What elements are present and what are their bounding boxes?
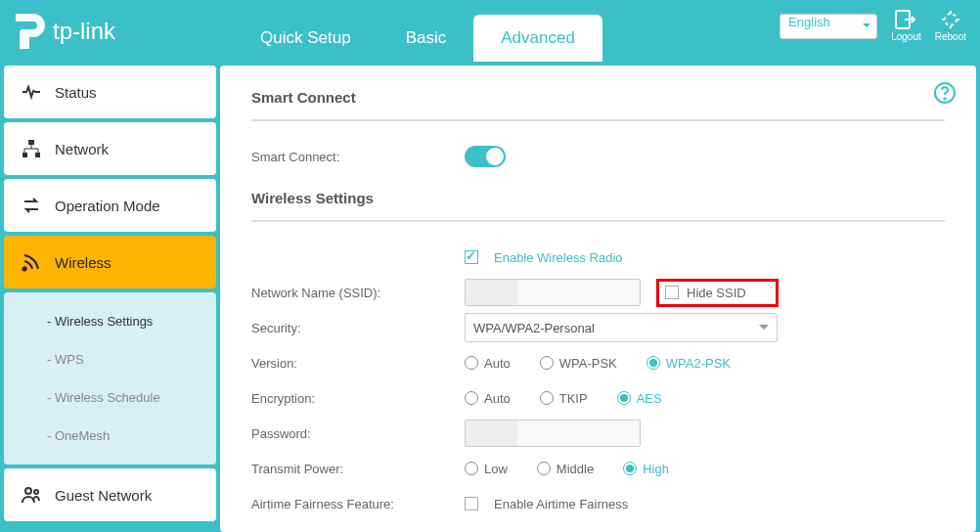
enable-wireless-radio-label: Enable Wireless Radio <box>494 250 623 265</box>
sidebar-sub-onemesh[interactable]: - OneMesh <box>4 417 216 455</box>
brand-logo: tp-link <box>16 14 115 49</box>
chevron-down-icon <box>759 325 769 334</box>
network-icon <box>22 139 41 158</box>
transmit-power-label: Transmit Power: <box>251 462 465 476</box>
sidebar-sub-wireless-schedule[interactable]: - Wireless Schedule <box>4 378 216 417</box>
security-value: WPA/WPA2-Personal <box>473 321 595 335</box>
airtime-fairness-checkbox[interactable] <box>465 497 478 510</box>
svg-rect-4 <box>35 153 40 157</box>
tplink-logo-icon <box>16 14 45 49</box>
smart-connect-toggle[interactable] <box>465 146 506 167</box>
sidebar-item-operation-mode[interactable]: Operation Mode <box>4 179 216 232</box>
header: tp-link Quick Setup Basic Advanced Engli… <box>0 0 980 62</box>
section-title-smart-connect: Smart Connect <box>251 89 945 121</box>
sidebar-item-network[interactable]: Network <box>4 122 216 175</box>
tx-middle-radio[interactable] <box>537 462 551 475</box>
tab-quick-setup[interactable]: Quick Setup <box>233 15 379 62</box>
security-label: Security: <box>251 321 465 335</box>
svg-rect-3 <box>22 153 27 157</box>
encryption-tkip-radio[interactable] <box>540 391 554 405</box>
svg-point-7 <box>34 490 38 494</box>
version-auto-radio[interactable] <box>465 356 478 370</box>
operation-mode-icon <box>22 196 41 215</box>
svg-rect-2 <box>28 140 34 145</box>
wireless-icon <box>22 252 41 272</box>
encryption-aes-radio[interactable] <box>617 391 631 405</box>
sidebar: Status Network Operation Mode Wireless -… <box>0 62 220 532</box>
svg-point-5 <box>23 268 26 271</box>
section-title-wireless-settings: Wireless Settings <box>251 190 945 222</box>
tx-high-radio[interactable] <box>623 462 637 475</box>
smart-connect-label: Smart Connect: <box>251 150 465 164</box>
security-select[interactable]: WPA/WPA2-Personal <box>465 313 778 342</box>
password-label: Password: <box>251 426 465 441</box>
sidebar-submenu-wireless: - Wireless Settings - WPS - Wireless Sch… <box>4 292 216 465</box>
airtime-label: Airtime Fairness Feature: <box>251 497 465 511</box>
sidebar-label: Operation Mode <box>55 198 160 214</box>
hide-ssid-label: Hide SSID <box>687 286 746 300</box>
sidebar-label: Status <box>55 84 97 101</box>
header-actions: English Logout Reboot <box>780 10 966 42</box>
enable-wireless-radio-checkbox[interactable] <box>465 250 478 264</box>
tx-low-radio[interactable] <box>465 462 478 475</box>
ssid-input[interactable] <box>465 279 641 306</box>
content-panel: Smart Connect Smart Connect: Wireless Se… <box>220 66 976 532</box>
sidebar-label: Network <box>55 141 109 157</box>
version-label: Version: <box>251 356 465 371</box>
tab-basic[interactable]: Basic <box>379 15 474 62</box>
svg-point-1 <box>945 14 957 25</box>
sidebar-sub-wps[interactable]: - WPS <box>4 340 216 378</box>
logout-icon <box>895 10 916 29</box>
sidebar-item-wireless[interactable]: Wireless <box>4 236 216 288</box>
hide-ssid-checkbox[interactable] <box>665 286 679 299</box>
sidebar-label: Guest Network <box>55 487 152 504</box>
status-icon <box>22 82 41 102</box>
sidebar-item-guest-network[interactable]: Guest Network <box>4 468 216 521</box>
guest-network-icon <box>22 485 41 505</box>
hide-ssid-highlight: Hide SSID <box>656 279 779 307</box>
reboot-icon <box>940 10 961 29</box>
airtime-fairness-label: Enable Airtime Fairness <box>494 497 628 511</box>
brand-text: tp-link <box>53 18 115 45</box>
logout-button[interactable]: Logout <box>891 10 921 42</box>
help-icon <box>933 81 957 105</box>
version-wpapsk-radio[interactable] <box>540 356 554 370</box>
version-wpa2psk-radio[interactable] <box>646 356 660 370</box>
svg-point-9 <box>944 98 946 100</box>
encryption-label: Encryption: <box>251 391 465 406</box>
tab-advanced[interactable]: Advanced <box>473 15 602 62</box>
reboot-label: Reboot <box>935 31 966 42</box>
sidebar-sub-wireless-settings[interactable]: - Wireless Settings <box>4 302 216 340</box>
password-input[interactable] <box>465 420 641 447</box>
sidebar-item-status[interactable]: Status <box>4 66 216 118</box>
encryption-auto-radio[interactable] <box>465 391 478 405</box>
language-value: English <box>788 15 830 29</box>
reboot-button[interactable]: Reboot <box>935 10 966 42</box>
help-button[interactable] <box>933 81 957 109</box>
logout-label: Logout <box>891 31 921 42</box>
top-nav-tabs: Quick Setup Basic Advanced <box>233 0 602 62</box>
language-select[interactable]: English <box>780 14 877 39</box>
svg-point-6 <box>25 488 31 494</box>
sidebar-label: Wireless <box>55 254 111 271</box>
ssid-label: Network Name (SSID): <box>251 286 465 300</box>
